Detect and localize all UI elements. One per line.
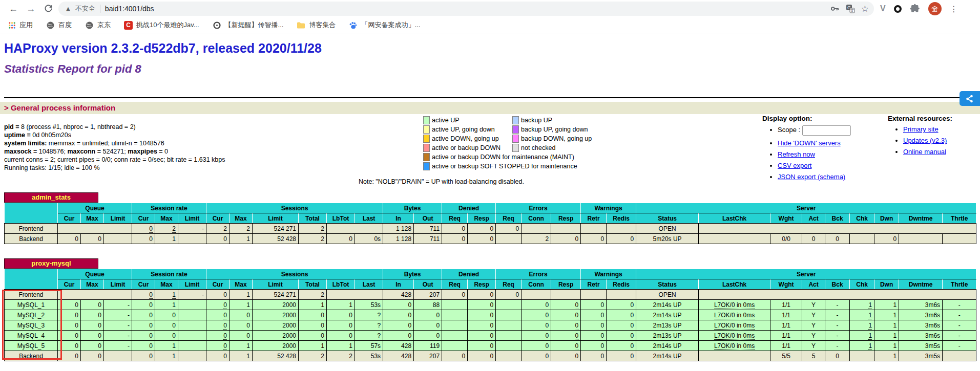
column-group-header: Server (636, 269, 976, 279)
bookmark-itcast[interactable]: 【新提醒】传智播... (213, 20, 284, 30)
legend-label: active or backup SOFT STOPPED for mainte… (432, 163, 577, 170)
password-key-icon[interactable] (830, 4, 840, 13)
browser-menu-icon[interactable]: ⋮ (950, 4, 958, 14)
stats-cell: 1 (874, 300, 899, 310)
stats-cell: 0 (468, 224, 496, 234)
external-resources-heading: External resources: (888, 115, 975, 122)
stats-cell: 0 (468, 300, 496, 310)
stats-cell: 1 (155, 300, 178, 310)
stats-cell: 2 (230, 224, 253, 234)
scope-label: Scope : (778, 126, 800, 134)
bookmark-jd[interactable]: 京东 (85, 20, 111, 30)
column-header: Limit (178, 279, 206, 290)
svg-text:文: 文 (850, 8, 854, 13)
folder-icon (297, 21, 305, 29)
stats-cell: 0 (581, 300, 607, 310)
column-group-header: Queue (58, 203, 132, 213)
stats-cell: 0 (206, 310, 230, 320)
stats-cell: 1 (874, 341, 899, 351)
bookmark-star-icon[interactable]: ☆ (861, 4, 869, 14)
stats-cell (58, 224, 132, 234)
stats-cell (496, 234, 522, 244)
column-header: Limit (253, 279, 299, 290)
column-header: LbTot (327, 279, 355, 290)
legend-swatch (512, 144, 519, 152)
stats-cell: 2 (299, 224, 327, 234)
column-header: Cur (206, 213, 230, 224)
stats-cell: 2000 (253, 320, 299, 331)
bookmark-csdn[interactable]: C 挑战10个最难的Jav... (124, 20, 199, 30)
updates-link[interactable]: Updates (v2.3) (903, 137, 947, 144)
column-header: LastChk (699, 279, 770, 290)
stats-cell (442, 310, 468, 320)
process-info-line: system limits: memmax = unlimited; ulimi… (4, 139, 225, 147)
stats-cell: 1 (874, 310, 899, 320)
stats-cell: 2m13s UP (636, 331, 699, 341)
stats-cell: 52 428 (253, 351, 299, 361)
column-header: Chk (850, 213, 874, 224)
legend-swatch (512, 116, 519, 124)
vue-devtools-extension-icon[interactable]: V (880, 4, 886, 13)
stats-cell: 207 (414, 290, 442, 300)
share-floating-button[interactable] (960, 91, 980, 106)
stats-cell: 0 (468, 290, 496, 300)
stats-cell: 0 (874, 234, 899, 244)
bookmark-blog-folder[interactable]: 博客集合 (297, 20, 336, 30)
stats-cell: 0 (581, 331, 607, 341)
ring-extension-icon[interactable] (894, 5, 902, 13)
column-header: Redis (607, 213, 636, 224)
stats-cell: ? (355, 331, 383, 341)
column-group-header: Server (636, 203, 976, 213)
stats-cell (850, 234, 874, 244)
bookmark-apps[interactable]: 应用 (8, 20, 33, 30)
stats-cell: 2 (299, 351, 327, 361)
refresh-now-link[interactable]: Refresh now (778, 150, 815, 158)
csv-export-link[interactable]: CSV export (778, 162, 811, 169)
column-group-header: Errors (496, 203, 581, 213)
stats-cell (496, 320, 522, 331)
process-info-line: current conns = 2; current pipes = 0/0; … (4, 156, 225, 164)
stats-cell: Y (802, 310, 825, 320)
bookmark-label: 百度 (58, 20, 72, 30)
legend-item: active or backup SOFT STOPPED for mainte… (423, 162, 577, 171)
page-title: HAProxy version 2.3.2-d522db7, released … (4, 41, 322, 56)
stats-cell (581, 290, 607, 300)
stats-cell: 0 (132, 290, 155, 300)
column-group-header: Session rate (132, 269, 206, 279)
stats-cell: 428 (383, 351, 414, 361)
reload-button[interactable] (41, 2, 55, 16)
bookmark-baidu[interactable]: 百度 (46, 20, 72, 30)
stats-cell: 0 (81, 300, 104, 310)
hide-down-servers-link[interactable]: Hide 'DOWN' servers (778, 139, 841, 147)
stats-cell: 0 (522, 351, 551, 361)
stats-cell: 0 (132, 234, 155, 244)
stats-cell: 0 (206, 300, 230, 310)
reload-icon (44, 4, 53, 13)
stats-cell (496, 300, 522, 310)
stats-cell: 2000 (253, 331, 299, 341)
scope-input[interactable] (802, 125, 851, 136)
json-export-link[interactable]: JSON export (schema) (778, 173, 845, 181)
red-annotation-box (2, 290, 62, 360)
back-button[interactable]: ← (6, 2, 20, 16)
process-info-line: Running tasks: 1/15; idle = 100 % (4, 164, 225, 172)
stats-cell: - (104, 310, 132, 320)
forward-button[interactable]: → (24, 2, 38, 16)
column-header: Max (230, 279, 253, 290)
stats-cell: - (943, 320, 976, 331)
primary-site-link[interactable]: Primary site (903, 125, 939, 133)
stats-cell: - (825, 341, 850, 351)
stats-cell: Y (802, 341, 825, 351)
stats-cell: 1 (155, 341, 178, 351)
display-options: Display option: Scope : Hide 'DOWN' serv… (762, 115, 883, 184)
translate-icon[interactable]: G文 (846, 4, 855, 13)
profile-avatar[interactable] (928, 2, 942, 15)
stats-cell: - (825, 320, 850, 331)
address-bar[interactable]: ▲ 不安全 baid1:4001/dbs G文 ☆ (58, 2, 874, 16)
stats-cell: 3m6s (899, 300, 943, 310)
online-manual-link[interactable]: Online manual (903, 148, 946, 156)
extensions-puzzle-icon[interactable] (910, 4, 920, 14)
column-header: LastChk (699, 213, 770, 224)
stats-cell (943, 351, 976, 361)
bookmark-tieba[interactable]: 「网安备案成功」... (349, 20, 420, 30)
